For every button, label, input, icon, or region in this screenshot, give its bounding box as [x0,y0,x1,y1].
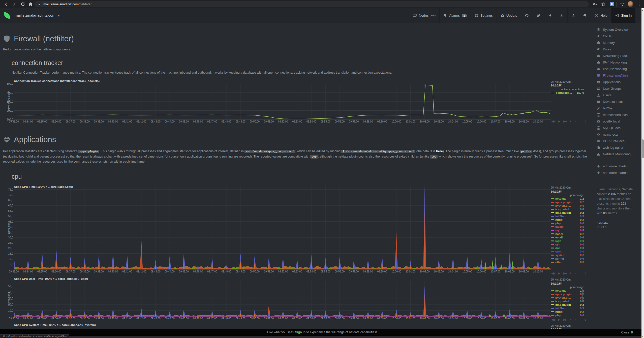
legend-row-dns[interactable]: dns0,0 [551,247,588,250]
browser-home-icon[interactable] [28,2,33,7]
browser-reload-icon[interactable] [21,2,25,6]
sidebar-item-ipv4-networking[interactable]: IPv4 Networking [597,59,641,66]
legend-row-kernel[interactable]: kernel0,0 [551,257,588,260]
header-button-print[interactable] [579,8,591,23]
header-button-facebook[interactable] [544,8,556,23]
translate-extension-icon[interactable]: G [610,2,614,6]
sidebar-item-disks[interactable]: Disks [597,46,641,52]
header-button-twitter[interactable] [533,8,544,23]
sidebar-item-users[interactable]: Users [597,92,641,98]
browser-profile-avatar[interactable] [628,1,633,7]
sidebar-item-postfix-local[interactable]: postfix local [597,118,641,125]
scroll-down-arrow[interactable]: ▼ [641,335,644,338]
chart-resize-button[interactable] [584,120,587,123]
legend-row-php[interactable]: php0,0 [551,314,588,317]
legend-row-tcqoshel[interactable]: tc-qos-hel...0,0 [551,208,588,211]
chart-skip-back-button[interactable]: ◀◀ [551,120,555,123]
banner-close-button[interactable]: Close✖ [621,330,633,334]
chart-play-button[interactable]: ▶ [558,120,560,123]
bookmark-star-icon[interactable] [601,2,605,6]
sidebar-item-mysql-local[interactable]: MySQL local [597,125,641,131]
browser-back-icon[interactable] [4,2,8,7]
sidebar-item-netdata-monitoring[interactable]: Netdata Monitoring [597,151,641,157]
legend-row-fail2ban[interactable]: fail2ban0,3 [551,215,588,218]
legend-row-godplugin[interactable]: go.d.plugin0,2 [551,211,588,214]
chart-resize-button[interactable] [584,272,587,275]
chart-skip-forward-button[interactable]: ▶▶ [563,272,566,275]
banner-signin-link[interactable]: Sign in [295,330,306,334]
header-button-github[interactable] [521,8,533,23]
legend-row-php[interactable]: php0,0 [551,222,588,225]
chart-zoom-in-button[interactable]: + [570,120,571,123]
sidebar-item-dovecot-local[interactable]: Dovecot local [597,98,641,105]
sidebar-item-ipv6-networking[interactable]: IPv6 Networking [597,66,641,72]
legend-row-email[interactable]: email0,0 [551,236,588,239]
sidebar-item-nginx-local[interactable]: nginx local [597,131,641,138]
chart-skip-forward-button[interactable]: ▶▶ [563,318,566,321]
legend-row-system[interactable]: system0,0 [551,254,588,257]
legend-row-appsplugin[interactable]: apps.plugin0,2 [551,201,588,204]
sidebar-item-web-log-nginx[interactable]: web log nginx [597,144,641,151]
legend-row-netdata[interactable]: netdata1,2 [551,197,588,200]
chart-skip-back-button[interactable]: ◀◀ [551,272,555,275]
chart-zoom-in-button[interactable]: + [570,272,571,275]
scroll-up-arrow[interactable]: ▲ [641,9,644,12]
legend-row-uwsgi[interactable]: uwsgi0,0 [551,225,588,228]
legend-row-httpd[interactable]: httpd0,2 [551,310,588,313]
legend-row-pythond[interactable]: python.d....0,0 [551,204,588,207]
chart-play-button[interactable]: ▶ [558,272,560,275]
legend-row-other[interactable]: other0,0 [551,261,588,264]
legend-row-connectio[interactable]: connectio...157,0 [551,91,588,94]
chart-zoom-out-button[interactable]: − [575,120,576,123]
header-button-import[interactable] [556,8,567,23]
chart-resize-button[interactable] [584,318,587,321]
add-more-alarms-button[interactable]: add more alarms [597,169,641,176]
chart-zoom-out-button[interactable]: − [575,272,576,275]
legend-row-ssh[interactable]: ssh0,0 [551,243,588,246]
hostname-dropdown[interactable]: mail.sizinalanadiniz.com▼ [15,13,60,17]
sidebar-item-memcached-local[interactable]: memcached local [597,111,641,118]
sidebar-item-networking-stack[interactable]: Networking Stack [597,52,641,59]
sidebar-item-system-overview[interactable]: System Overview [597,26,641,33]
page-scrollbar[interactable]: ▲ ▼ [641,8,644,338]
chart-canvas[interactable] [14,186,551,270]
legend-row-logs[interactable]: logs0,0 [551,239,588,242]
password-key-icon[interactable] [593,2,597,6]
chart-skip-back-button[interactable]: ◀◀ [551,318,555,321]
netdata-logo[interactable] [3,11,12,20]
address-bar[interactable]: mail.sizinalanadiniz.com/netdata/ [34,1,589,7]
sidebar-item-php-fpm-local[interactable]: PHP-FPM local [597,138,641,144]
chart-canvas[interactable] [14,281,551,317]
add-more-charts-button[interactable]: add more charts [597,163,641,169]
sidebar-item-cpus[interactable]: CPUs [597,33,641,39]
chart-skip-forward-button[interactable]: ▶▶ [563,120,566,123]
header-button-signin[interactable]: Sign In [611,8,635,23]
chart-canvas[interactable] [14,84,551,120]
header-button-export[interactable] [567,8,579,23]
legend-row-httpd[interactable]: httpd0,2 [551,218,588,221]
sidebar-item-fail2ban[interactable]: fail2ban [597,105,641,111]
header-button-alarms[interactable]: Alarms2 [439,8,471,23]
chart-zoom-out-button[interactable]: − [575,318,576,321]
sidebar-item-memory[interactable]: Memory [597,39,641,46]
legend-row-cron[interactable]: cron0,0 [551,250,588,253]
playlist-extension-icon[interactable] [620,2,624,6]
legend-scrollbar[interactable] [582,289,583,301]
scrollbar-thumb[interactable] [642,139,644,158]
browser-forward-icon[interactable] [12,2,17,7]
legend-row-sql[interactable]: sql0,5 [551,229,588,232]
chart-zoom-in-button[interactable]: + [570,318,571,321]
sidebar-item-firewall-netfilter-[interactable]: Firewall (netfilter) [597,72,641,79]
chart-play-button[interactable]: ▶ [558,318,560,321]
sidebar-item-applications[interactable]: Applications [597,79,641,85]
header-button-settings[interactable]: Settings [471,8,497,23]
legend-row-nosql[interactable]: nosql0,2 [551,232,588,235]
inline-link[interactable]: here [436,149,443,153]
sidebar-item-user-groups[interactable]: User Groups [597,85,641,92]
browser-menu-kebab-icon[interactable] [637,2,641,6]
legend-row-godplugin[interactable]: go.d.plugin0,2 [551,303,588,306]
header-button-help[interactable]: Help [591,8,611,23]
legend-row-fail2ban[interactable]: fail2ban0,3 [551,307,588,310]
header-button-nodes[interactable]: Nodesbeta [409,8,439,23]
header-button-update[interactable]: Update [497,8,521,23]
